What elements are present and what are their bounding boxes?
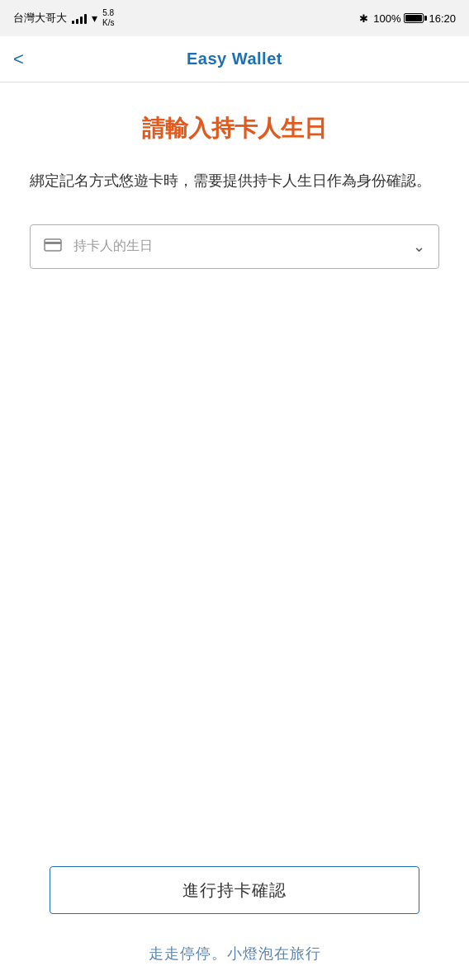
birthday-placeholder: 持卡人的生日: [73, 238, 413, 255]
page-heading: 請輸入持卡人生日: [30, 112, 439, 144]
wifi-icon: ▾: [92, 12, 97, 25]
signal-icon: [72, 12, 87, 24]
birthday-select[interactable]: 持卡人的生日 ⌄: [30, 224, 439, 269]
bottom-area: 進行持卡確認: [0, 866, 469, 914]
nav-bar: < Easy Wallet: [0, 36, 469, 82]
status-bar: 台灣大哥大 ▾ 5.8K/s ✱ 100% 16:20: [0, 0, 469, 36]
svg-rect-1: [45, 242, 61, 244]
svg-rect-0: [45, 239, 61, 251]
battery-percent: 100%: [373, 12, 400, 25]
status-right: ✱ 100% 16:20: [359, 12, 456, 25]
time-text: 16:20: [429, 12, 456, 25]
carrier-text: 台灣大哥大: [13, 11, 67, 26]
main-content: 請輸入持卡人生日 綁定記名方式悠遊卡時，需要提供持卡人生日作為身份確認。 持卡人…: [0, 82, 469, 269]
confirm-button[interactable]: 進行持卡確認: [50, 866, 419, 914]
chevron-down-icon: ⌄: [413, 238, 425, 256]
battery-icon: [404, 13, 424, 23]
battery-container: 100%: [373, 12, 424, 25]
speed-text: 5.8K/s: [102, 8, 114, 28]
status-left: 台灣大哥大 ▾ 5.8K/s: [13, 8, 114, 28]
card-icon: [44, 237, 62, 256]
description-text: 綁定記名方式悠遊卡時，需要提供持卡人生日作為身份確認。: [30, 167, 439, 194]
bluetooth-icon: ✱: [359, 12, 368, 25]
nav-title: Easy Wallet: [187, 49, 282, 68]
watermark: 走走停停。小燈泡在旅行: [0, 944, 469, 964]
back-button[interactable]: <: [13, 49, 24, 70]
